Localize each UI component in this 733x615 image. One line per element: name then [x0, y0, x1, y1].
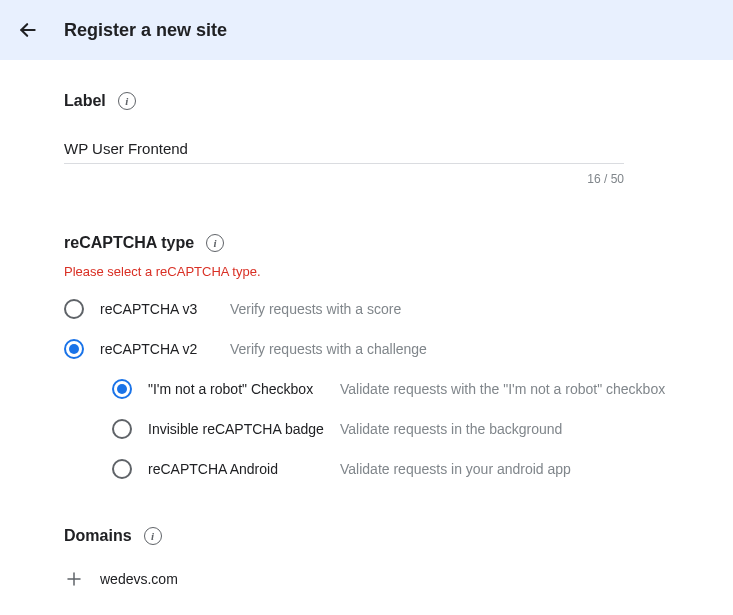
page-title: Register a new site	[64, 20, 227, 41]
radio-invisible[interactable]: Invisible reCAPTCHA badge Validate reque…	[112, 419, 669, 439]
info-icon[interactable]: i	[118, 92, 136, 110]
domain-row: wedevs.com	[64, 569, 669, 589]
radio-v3[interactable]: reCAPTCHA v3 Verify requests with a scor…	[64, 299, 669, 319]
domain-text: wedevs.com	[100, 571, 178, 587]
radio-icon[interactable]	[112, 379, 132, 399]
radio-icon[interactable]	[64, 339, 84, 359]
content: Label i 16 / 50 reCAPTCHA type i Please …	[0, 60, 733, 615]
radio-desc: Verify requests with a score	[230, 301, 401, 317]
radio-icon[interactable]	[64, 299, 84, 319]
domains-title: Domains	[64, 527, 132, 545]
info-icon[interactable]: i	[206, 234, 224, 252]
label-counter: 16 / 50	[64, 172, 624, 186]
radio-desc: Validate requests with the "I'm not a ro…	[340, 381, 665, 397]
domains-header: Domains i	[64, 527, 669, 545]
type-header: reCAPTCHA type i	[64, 234, 669, 252]
type-error: Please select a reCAPTCHA type.	[64, 264, 669, 279]
radio-desc: Validate requests in your android app	[340, 461, 571, 477]
radio-label: reCAPTCHA v3	[100, 301, 214, 317]
radio-label: Invisible reCAPTCHA badge	[148, 421, 324, 437]
label-input[interactable]	[64, 134, 624, 164]
label-header: Label i	[64, 92, 669, 110]
label-input-wrap	[64, 134, 669, 164]
radio-desc: Verify requests with a challenge	[230, 341, 427, 357]
label-title: Label	[64, 92, 106, 110]
radio-label: reCAPTCHA v2	[100, 341, 214, 357]
type-title: reCAPTCHA type	[64, 234, 194, 252]
back-arrow-icon[interactable]	[16, 18, 40, 42]
radio-label: "I'm not a robot" Checkbox	[148, 381, 324, 397]
radio-android[interactable]: reCAPTCHA Android Validate requests in y…	[112, 459, 669, 479]
plus-icon[interactable]	[64, 569, 84, 589]
radio-v2[interactable]: reCAPTCHA v2 Verify requests with a chal…	[64, 339, 669, 359]
topbar: Register a new site	[0, 0, 733, 60]
radio-icon[interactable]	[112, 419, 132, 439]
radio-checkbox[interactable]: "I'm not a robot" Checkbox Validate requ…	[112, 379, 669, 399]
info-icon[interactable]: i	[144, 527, 162, 545]
radio-label: reCAPTCHA Android	[148, 461, 324, 477]
radio-icon[interactable]	[112, 459, 132, 479]
radio-desc: Validate requests in the background	[340, 421, 562, 437]
